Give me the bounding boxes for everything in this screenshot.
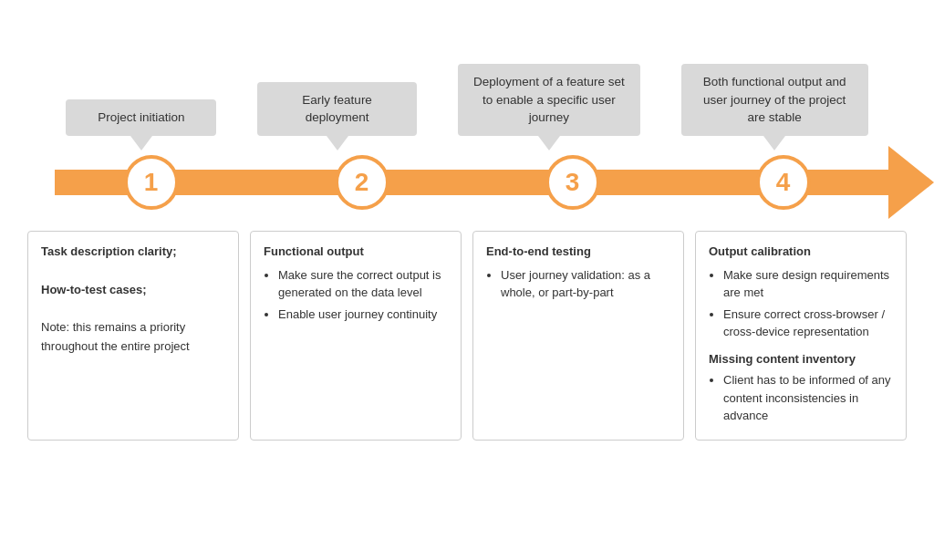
label-box-1: Project initiation bbox=[66, 99, 216, 136]
diagram-container: Project initiation Early feature deploym… bbox=[0, 0, 934, 560]
timeline-row: 1 2 3 4 bbox=[27, 150, 907, 214]
top-labels-section: Project initiation Early feature deploym… bbox=[18, 9, 916, 150]
box2-bullet-1: Make sure the correct output is generate… bbox=[278, 266, 448, 302]
content-box-3: End-to-end testing User journey validati… bbox=[472, 231, 684, 441]
box3-title: End-to-end testing bbox=[486, 243, 670, 261]
box2-bullets: Make sure the correct output is generate… bbox=[264, 266, 448, 324]
label-wrapper-3: Deployment of a feature set to enable a … bbox=[458, 64, 640, 150]
node-2: 2 bbox=[335, 155, 389, 210]
content-box-1: Task description clarity; How-to-test ca… bbox=[27, 231, 239, 441]
label-box-4: Both functional output and user journey … bbox=[681, 64, 868, 136]
label-box-2: Early feature deployment bbox=[257, 82, 417, 136]
callout-arrow-1 bbox=[130, 136, 152, 150]
node-3: 3 bbox=[545, 155, 600, 210]
callout-arrow-3 bbox=[538, 136, 560, 150]
box4-bullets: Make sure design requirements are met En… bbox=[709, 266, 893, 341]
box1-note: Note: this remains a priority throughout… bbox=[41, 318, 225, 357]
box2-bullet-2: Enable user journey continuity bbox=[278, 306, 448, 324]
callout-arrow-2 bbox=[327, 136, 348, 150]
box4-subtitle-bullets: Client has to be informed of any content… bbox=[709, 371, 893, 425]
content-box-2: Functional output Make sure the correct … bbox=[250, 231, 462, 441]
node-1: 1 bbox=[124, 155, 179, 210]
label-wrapper-2: Early feature deployment bbox=[257, 82, 417, 150]
box4-subtitle-bullet-1: Client has to be informed of any content… bbox=[723, 371, 893, 425]
box3-bullets: User journey validation: as a whole, or … bbox=[486, 266, 670, 302]
box4-bullet-2: Ensure correct cross-browser / cross-dev… bbox=[723, 306, 893, 341]
bottom-boxes: Task description clarity; How-to-test ca… bbox=[18, 231, 916, 441]
box1-extra: How-to-test cases; bbox=[41, 283, 147, 296]
label-wrapper-1: Project initiation bbox=[66, 99, 216, 150]
label-wrapper-4: Both functional output and user journey … bbox=[681, 64, 868, 150]
label-box-3: Deployment of a feature set to enable a … bbox=[458, 64, 640, 136]
box2-title: Functional output bbox=[264, 243, 448, 261]
node-4: 4 bbox=[756, 155, 811, 210]
box3-bullet-1: User journey validation: as a whole, or … bbox=[501, 266, 670, 302]
box1-title: Task description clarity; bbox=[41, 244, 177, 258]
box1-text: Task description clarity; How-to-test ca… bbox=[41, 243, 225, 357]
box4-subtitle: Missing content inventory bbox=[709, 350, 893, 368]
box4-title: Output calibration bbox=[709, 243, 893, 261]
callout-arrow-4 bbox=[763, 136, 785, 150]
timeline-nodes: 1 2 3 4 bbox=[27, 155, 907, 210]
box4-bullet-1: Make sure design requirements are met bbox=[723, 266, 893, 302]
content-box-4: Output calibration Make sure design requ… bbox=[695, 231, 907, 441]
